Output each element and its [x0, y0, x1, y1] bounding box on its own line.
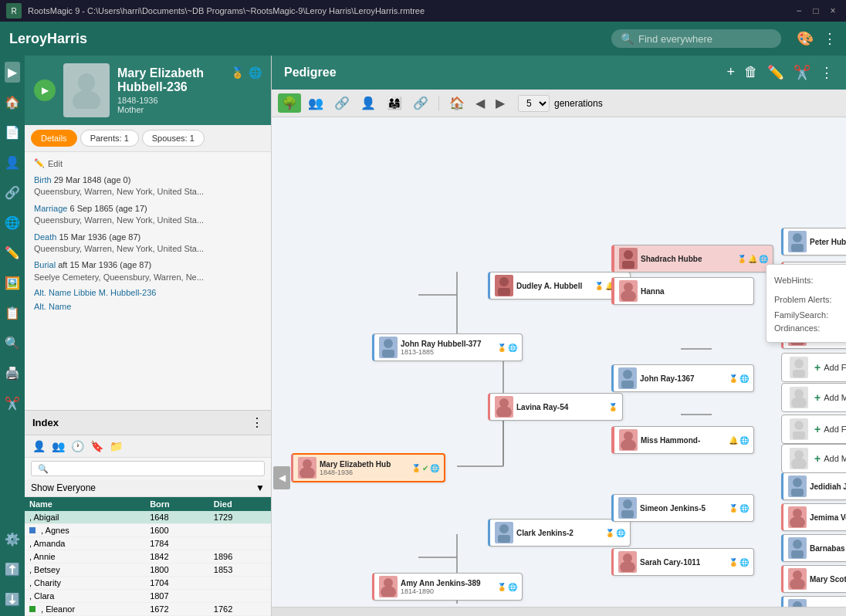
medal-icon[interactable]: 🏅 [231, 66, 244, 79]
nav-scissors[interactable]: ✂️ [2, 393, 23, 414]
idx-folder-icon[interactable]: 📁 [108, 438, 124, 454]
svg-point-70 [790, 578, 805, 589]
index-table-row[interactable]: , Abigail 1648 1729 [25, 511, 271, 524]
nav-home[interactable]: 🏠 [2, 92, 23, 113]
webhints-row: WebHints: 12 (8 pending) [774, 271, 846, 289]
maximize-button[interactable]: □ [809, 4, 823, 18]
person-sarah[interactable]: Sarah Cary-1011 🏅 🌐 [611, 548, 754, 576]
index-cell-born: 1704 [145, 577, 209, 590]
person-john1367[interactable]: John Ray-1367 🏅 🌐 [611, 364, 754, 392]
person-shadrach[interactable]: Shadrach Hubbe 🏅 🔔 🌐 [611, 245, 773, 272]
tab-details[interactable]: Details [31, 130, 77, 147]
search-box: 🔍 [611, 29, 781, 48]
edit-row[interactable]: ✏️ Edit [34, 158, 262, 168]
show-everyone-dropdown[interactable]: Show Everyone ▼ [25, 479, 271, 497]
index-header: Index ⋮ [25, 411, 271, 435]
tool-link2[interactable]: 🔗 [330, 93, 354, 113]
pencil-icon: ✏️ [34, 158, 45, 168]
tab-parents[interactable]: Parents: 1 [80, 130, 139, 147]
person-benedict[interactable]: Benedict Brow -1 ▶ [781, 596, 846, 607]
minimize-button[interactable]: − [792, 4, 806, 18]
index-table-row[interactable]: , Eleanor 1672 1762 [25, 603, 271, 616]
tool-back[interactable]: ◀ [472, 93, 489, 113]
person-jedidiah[interactable]: Jedidiah Jenki s-1 ▶ [781, 472, 846, 500]
burial-date: aft 15 Mar 1936 (age 87) [58, 260, 151, 269]
index-table-row[interactable]: , Clara 1807 [25, 590, 271, 603]
close-button[interactable]: × [826, 4, 840, 18]
edit-pedigree-icon[interactable]: ✏️ [767, 64, 784, 81]
nav-clipboard[interactable]: 📋 [2, 303, 23, 323]
nav-edit[interactable]: ✏️ [2, 242, 23, 263]
nav-globe[interactable]: 🌐 [2, 212, 23, 233]
person-play-button[interactable]: ▶ [34, 80, 56, 101]
add-father-2-label: Add Father [824, 425, 846, 434]
theme-icon[interactable]: 🎨 [797, 30, 814, 47]
nav-link[interactable]: 🔗 [2, 182, 23, 203]
person-lavina[interactable]: Lavina Ray-54 🏅 [488, 393, 623, 421]
globe-icon[interactable]: 🌐 [249, 66, 262, 79]
person-john-ray[interactable]: John Ray Hubbell-377 1813-1885 🏅 🌐 [372, 333, 523, 361]
left-nav: ▶ 🏠 📄 👤 🔗 🌐 ✏️ 🖼️ 📋 🔍 🖨️ ✂️ ⚙️ ⬆️ ⬇️ [0, 56, 25, 616]
nav-download[interactable]: ⬇️ [2, 589, 23, 610]
index-table-row[interactable]: , Agnes 1600 [25, 524, 271, 537]
nav-settings[interactable]: ⚙️ [2, 529, 23, 550]
search-input[interactable] [638, 33, 762, 45]
person-dudley[interactable]: Dudley A. Hubbell 🏅 🔔 🌐 [488, 272, 631, 300]
tool-forward[interactable]: ▶ [492, 93, 509, 113]
tool-home[interactable]: 🏠 [445, 93, 469, 113]
tool-person2[interactable]: 👤 [357, 93, 380, 113]
generations-select[interactable]: 5 4 6 [518, 95, 550, 112]
add-person-icon[interactable]: + [726, 64, 735, 81]
person-miss-hammond[interactable]: Miss Hammond- 🔔 🌐 [611, 426, 754, 454]
right-panel: Pedigree + 🗑 ✏️ ✂️ ⋮ 🌳 👥 🔗 👤 👨‍👩‍👧 🔗 [272, 56, 846, 616]
hanna-name: Hanna [641, 287, 665, 296]
person-mary-scott[interactable]: Mary Scott-1336 ▶ [781, 565, 846, 593]
index-cell-born: 1648 [145, 511, 209, 524]
idx-group-icon[interactable]: 👥 [50, 438, 66, 454]
pedigree-toolbar: 🌳 👥 🔗 👤 👨‍👩‍👧 🔗 🏠 ◀ ▶ 5 4 6 generations [272, 90, 846, 117]
idx-history-icon[interactable]: 🕐 [69, 438, 86, 454]
index-cell-born: 1807 [145, 590, 209, 603]
person-simeon[interactable]: Simeon Jenkins-5 🏅 🌐 [611, 494, 754, 522]
tool-group[interactable]: 👥 [304, 93, 327, 113]
index-table-row[interactable]: , Charity 1704 [25, 577, 271, 590]
nav-search[interactable]: 🔍 [2, 333, 23, 354]
add-mother-2-button[interactable]: + Add Mother [781, 444, 846, 473]
index-table-row[interactable]: , Amanda 1784 [25, 537, 271, 550]
delete-icon[interactable]: 🗑 [744, 64, 758, 81]
tool-tree[interactable]: 🌳 [278, 93, 301, 113]
person-amy-ann[interactable]: Amy Ann Jenkins-389 1814-1890 🏅 🌐 [372, 573, 523, 601]
add-mother-1-button[interactable]: + Add Mother [781, 383, 846, 412]
nav-person[interactable]: 👤 [2, 152, 23, 173]
nav-print[interactable]: 🖨️ [2, 363, 23, 384]
index-more-icon[interactable]: ⋮ [251, 415, 263, 430]
nav-document[interactable]: 📄 [2, 122, 23, 143]
tab-spouses[interactable]: Spouses: 1 [142, 130, 205, 147]
add-father-1-button[interactable]: + Add Father [781, 353, 846, 382]
person-jemima[interactable]: Jemima Voorh es-2 ▶ [781, 503, 846, 531]
index-table: Name Born Died , Abigail 1648 1729 , Agn… [25, 497, 271, 616]
nav-play[interactable]: ▶ [5, 62, 20, 83]
more-menu-icon[interactable]: ⋮ [823, 30, 837, 47]
nav-upload[interactable]: ⬆️ [2, 559, 23, 580]
person-main[interactable]: Mary Elizabeth Hub 1848-1936 🏅 ✔ 🌐 [291, 453, 445, 482]
index-table-row[interactable]: , Annie 1842 1896 [25, 550, 271, 564]
tool-network[interactable]: 🔗 [409, 93, 432, 113]
person-avatar [63, 63, 110, 117]
tool-family[interactable]: 👨‍👩‍👧 [383, 93, 406, 113]
nav-image[interactable]: 🖼️ [2, 272, 23, 293]
idx-bookmark-icon[interactable]: 🔖 [89, 438, 105, 454]
person-clark[interactable]: Clark Jenkins-2 🏅 🌐 [488, 519, 631, 547]
index-table-row[interactable]: , Betsey 1800 1853 [25, 564, 271, 577]
index-search-input[interactable] [31, 461, 265, 476]
bottom-scrollbar[interactable] [272, 607, 846, 616]
add-father-2-button[interactable]: + Add Father [781, 415, 846, 444]
person-peter[interactable]: Peter Hubbell 09 ▶ [781, 228, 846, 256]
person-hanna[interactable]: Hanna [611, 277, 754, 305]
navigate-left-button[interactable]: ◀ [273, 466, 290, 489]
more-pedigree-icon[interactable]: ⋮ [820, 64, 834, 81]
idx-person-icon[interactable]: 👤 [31, 438, 47, 454]
person-barnabas[interactable]: Barnabas Cary 13 ▶ [781, 534, 846, 562]
scissors-pedigree-icon[interactable]: ✂️ [794, 64, 810, 81]
index-cell-name: , Charity [25, 577, 145, 590]
